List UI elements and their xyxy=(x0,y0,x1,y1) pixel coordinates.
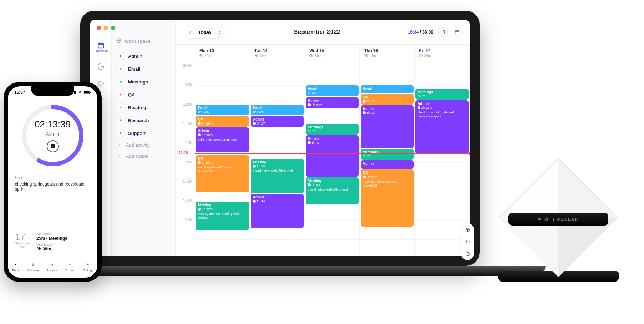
nav-calendar[interactable]: Calendar xyxy=(93,41,108,53)
play-icon xyxy=(117,65,124,72)
nav-insights[interactable] xyxy=(97,62,105,70)
calendar-event[interactable]: Admin$2h 13mchecking sprint goals and re… xyxy=(415,100,469,154)
timer-section: 02:13:39 Admin xyxy=(8,95,97,171)
day-header[interactable]: Wed 155h 23m xyxy=(305,45,359,66)
billable-icon: $ xyxy=(198,208,201,211)
tab-calendar[interactable]: ▦Calendar xyxy=(27,261,39,272)
today-button[interactable]: Today xyxy=(196,30,214,35)
calendar-event[interactable]: Email xyxy=(361,85,414,93)
calendar-event[interactable]: Admin$0h 27m xyxy=(251,116,304,127)
activity-label: QA xyxy=(128,92,135,97)
hour-label: 11:00 xyxy=(176,122,195,141)
day-body[interactable]: EmailQA$0h 26mAdmin$1h 39mMeetings0h 25m… xyxy=(360,66,414,239)
calendar-event[interactable]: QA$0h 26m xyxy=(361,94,414,105)
calendar-event[interactable]: Email0h 24m xyxy=(306,85,359,96)
sidebar-activity-email[interactable]: Email xyxy=(116,62,171,75)
last-added-label: Last Added xyxy=(36,232,90,236)
zoom-out-button[interactable]: ⊖ xyxy=(461,248,470,256)
calendar-event[interactable]: Meetings0h 25m xyxy=(361,149,414,160)
day-header[interactable]: Tue 148h 12m xyxy=(250,45,305,66)
calendar-event[interactable]: Meeting$1h 20mcoordination with @fronten… xyxy=(251,159,304,193)
calendar-event[interactable]: Meeting$0h 56mcoordination with @fronten… xyxy=(306,177,359,204)
billable-icon: $ xyxy=(198,161,201,164)
sidebar: Work space Admin Email Meetings QA Readi… xyxy=(112,20,176,256)
sidebar-activity-qa[interactable]: QA xyxy=(116,88,171,101)
calendar-grid: 08:009:0010:0011:0012:0013:0014:0015:001… xyxy=(176,45,470,256)
calendar-event[interactable]: Admin$1h 39m xyxy=(361,105,414,148)
phone-tabs: ●Timer▦Calendar◔Insights◈Tracker✱Setting… xyxy=(8,259,97,278)
calendar-event[interactable]: QA$2h 27mresolving #ticket134 and #ticke… xyxy=(361,169,414,227)
minimize-icon[interactable] xyxy=(104,26,108,30)
svg-rect-16 xyxy=(90,92,91,93)
calendar-event[interactable]: Admin$0h 27m xyxy=(306,97,359,108)
svg-marker-8 xyxy=(120,132,122,134)
play-icon xyxy=(117,104,124,111)
zoom-in-button[interactable]: ⊕ xyxy=(461,223,470,236)
hours-ratio: 16:34 / 36:00 xyxy=(408,30,433,35)
calendar-event[interactable]: Admin$1h 34m xyxy=(251,194,304,228)
next-button[interactable]: › xyxy=(215,27,224,37)
calendar-event[interactable]: Meetings0h 22m xyxy=(306,124,359,135)
calendar-event[interactable]: QA$1h 56mresolving #ticket132 and #ticke… xyxy=(196,155,249,192)
status-icons xyxy=(72,90,91,95)
day-body[interactable]: Email0h 24mAdmin$0h 27mMeetings0h 22mAdm… xyxy=(305,66,359,239)
sidebar-activity-research[interactable]: Research xyxy=(116,114,171,127)
add-activity[interactable]: + Add activity xyxy=(116,140,171,151)
maximize-icon[interactable] xyxy=(111,26,115,30)
date-nav: ‹ Today › xyxy=(184,26,226,39)
toolbar: ‹ Today › September 2022 16:34 / 36:00 xyxy=(176,20,470,45)
note-input[interactable]: checking sprint goals and reevaluate spr… xyxy=(15,179,90,194)
progress-icon[interactable] xyxy=(438,27,448,37)
activity-label: Meetings xyxy=(128,79,148,85)
sidebar-activity-admin[interactable]: Admin xyxy=(116,50,171,62)
calendar-event[interactable]: QA$0h 26m xyxy=(196,116,249,127)
now-time: 12:16 xyxy=(179,151,188,155)
calendar-event[interactable]: Meeting$1h 12mWeekly momee meeting with … xyxy=(196,202,249,230)
calendar-toggle-icon[interactable] xyxy=(453,27,462,37)
svg-rect-10 xyxy=(455,31,459,34)
globe-icon xyxy=(116,38,122,45)
svg-marker-2 xyxy=(120,55,122,57)
calendar-event[interactable]: Admin$1h 15msetting up sprint for momee xyxy=(196,127,249,152)
add-space[interactable]: + Add space xyxy=(116,151,171,162)
calendar-event[interactable]: Admin xyxy=(361,160,414,169)
calendar-event[interactable]: Meetings0h 25m xyxy=(415,89,469,100)
timer-ring: 02:13:39 Admin xyxy=(21,103,85,168)
sidebar-activity-meetings[interactable]: Meetings xyxy=(116,75,171,88)
billable-icon: $ xyxy=(418,106,420,109)
sidebar-activity-support[interactable]: Support xyxy=(116,127,171,140)
calendar-event[interactable]: Admin$1h 47m xyxy=(306,135,359,177)
day-body[interactable]: Email0h 24mAdmin$0h 27mMeeting$1h 20mcoo… xyxy=(250,66,305,239)
tab-insights[interactable]: ◔Insights xyxy=(47,261,57,272)
calendar-icon: ▦ xyxy=(30,261,36,268)
stop-button[interactable] xyxy=(47,140,59,152)
month-title: September 2022 xyxy=(294,29,340,36)
zoom-controls: ⊕ ↻ ⊖ xyxy=(461,223,470,256)
play-icon xyxy=(117,117,124,124)
total-today-label: Total today xyxy=(36,243,90,247)
zoom-reset-button[interactable]: ↻ xyxy=(461,236,470,248)
day-header[interactable]: Fri 172h 24m xyxy=(415,45,469,66)
nav-tracker[interactable] xyxy=(97,80,105,87)
prev-button[interactable]: ‹ xyxy=(185,27,195,37)
now-indicator: 12:16 xyxy=(195,153,470,154)
day-header[interactable]: Thu 167h 14m xyxy=(360,45,414,66)
day-header[interactable]: Mon 136h 24m xyxy=(195,45,250,66)
tab-timer[interactable]: ●Timer xyxy=(12,261,19,272)
tab-tracker[interactable]: ◈Tracker xyxy=(65,261,75,272)
led-icon xyxy=(538,218,541,220)
billable-icon: $ xyxy=(363,100,366,103)
workspace-header[interactable]: Work space xyxy=(116,38,171,45)
day-body[interactable]: Email0h 24mQA$0h 26mAdmin$1h 15msetting … xyxy=(195,66,250,239)
calendar-event[interactable]: Email0h 24m xyxy=(251,105,304,115)
phone-screen: 15:37 02:13:39 Admin Note xyxy=(8,86,97,278)
sidebar-activity-reading[interactable]: Reading xyxy=(116,101,171,114)
insights-icon: ◔ xyxy=(49,261,55,268)
billable-icon: $ xyxy=(198,133,201,136)
close-icon[interactable] xyxy=(97,26,101,30)
calendar-event[interactable]: Email0h 24m xyxy=(196,105,249,115)
total-today-value: 2h 38m xyxy=(36,247,90,252)
tab-settings[interactable]: ✱Settings xyxy=(83,261,93,272)
window-controls xyxy=(97,26,115,30)
day-body[interactable]: Meetings0h 25mAdmin$2h 13mchecking sprin… xyxy=(415,66,469,239)
